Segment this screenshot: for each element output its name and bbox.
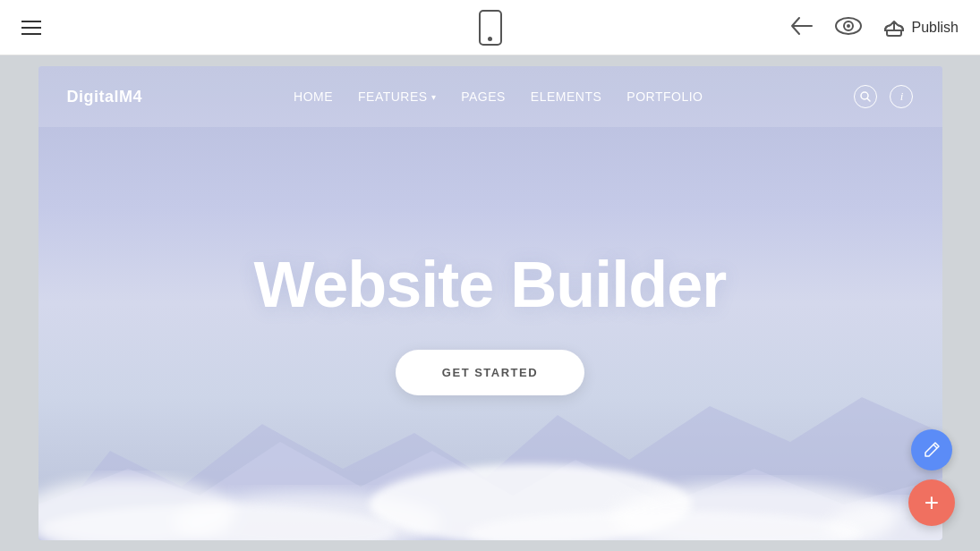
publish-button[interactable]: Publish xyxy=(883,18,959,38)
site-hero: Website Builder GET STARTED xyxy=(38,66,942,540)
mobile-preview-icon[interactable] xyxy=(479,10,502,46)
get-started-button[interactable]: GET STARTED xyxy=(396,350,584,395)
svg-point-2 xyxy=(847,24,850,28)
site-nav: HOME FEATURES ▾ PAGES ELEMENTS PORTFOLIO xyxy=(294,89,703,104)
fab-container: + xyxy=(908,429,955,526)
fab-add-button[interactable]: + xyxy=(908,479,955,526)
site-preview: DigitalM4 HOME FEATURES ▾ PAGES ELEMENTS… xyxy=(38,66,942,540)
back-button[interactable] xyxy=(790,16,814,39)
canvas-area[interactable]: DigitalM4 HOME FEATURES ▾ PAGES ELEMENTS… xyxy=(0,55,980,551)
toolbar-right: Publish xyxy=(790,16,959,39)
svg-line-4 xyxy=(867,98,870,101)
nav-item-pages[interactable]: PAGES xyxy=(461,89,506,104)
hamburger-menu-icon[interactable] xyxy=(21,21,41,35)
nav-item-portfolio[interactable]: PORTFOLIO xyxy=(626,89,703,104)
chevron-down-icon: ▾ xyxy=(431,92,437,102)
publish-label: Publish xyxy=(912,20,959,36)
nav-item-features[interactable]: FEATURES ▾ xyxy=(358,89,436,104)
toolbar: Publish xyxy=(0,0,980,55)
hero-title: Website Builder xyxy=(254,248,727,321)
site-nav-icons: i xyxy=(854,85,913,108)
search-icon[interactable] xyxy=(854,85,877,108)
preview-button[interactable] xyxy=(835,17,862,38)
nav-item-home[interactable]: HOME xyxy=(294,89,333,104)
fab-edit-button[interactable] xyxy=(911,429,952,470)
info-icon[interactable]: i xyxy=(890,85,913,108)
toolbar-center xyxy=(479,10,502,46)
hero-cta: GET STARTED xyxy=(396,350,584,395)
toolbar-left xyxy=(21,21,41,35)
site-logo: DigitalM4 xyxy=(67,88,143,106)
site-navbar: DigitalM4 HOME FEATURES ▾ PAGES ELEMENTS… xyxy=(38,66,942,127)
nav-item-elements[interactable]: ELEMENTS xyxy=(531,89,601,104)
